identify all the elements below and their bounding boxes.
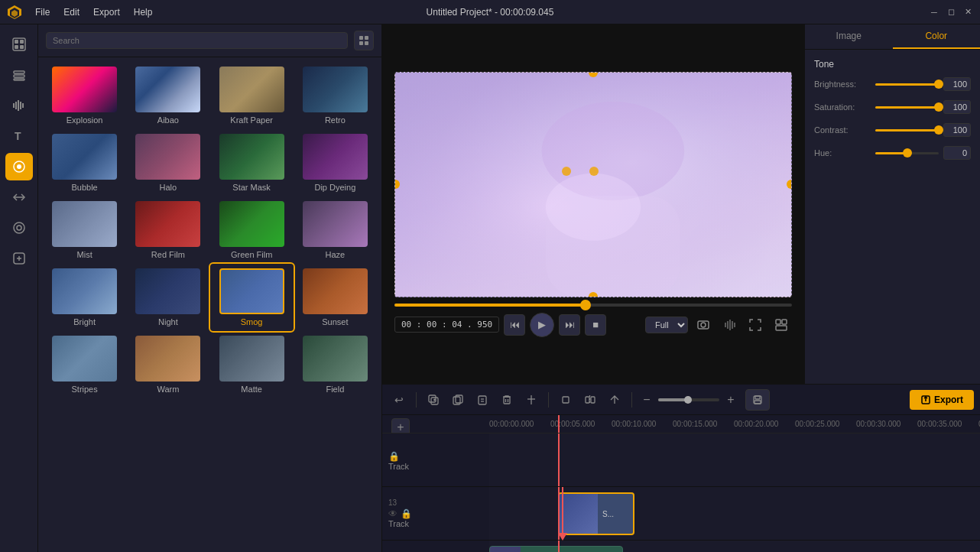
filter-matte[interactable]: Matte xyxy=(210,331,294,398)
hue-value: 0 xyxy=(943,146,971,160)
track-content-empty[interactable] xyxy=(489,433,980,486)
timeline-progress[interactable] xyxy=(394,304,792,307)
fullscreen-button[interactable] xyxy=(745,314,766,336)
filter-smog[interactable]: Smog xyxy=(210,264,294,331)
lock-icon-empty[interactable]: 🔒 xyxy=(388,451,400,462)
saturation-thumb[interactable] xyxy=(934,102,943,112)
filter-label-retro: Retro xyxy=(325,115,346,125)
track-content-13[interactable]: S... xyxy=(489,487,980,540)
step-back-button[interactable]: ⏮ xyxy=(504,314,525,336)
copy-button[interactable] xyxy=(447,389,469,411)
filter-starmask[interactable]: Star Mask xyxy=(210,129,294,196)
quality-select[interactable]: Full 1/2 1/4 xyxy=(645,317,688,333)
close-button[interactable]: ✕ xyxy=(962,6,974,18)
filter-dipdyeing[interactable]: Dip Dyeing xyxy=(294,129,377,196)
track-label-13: 13 👁 🔒 Track xyxy=(382,495,489,531)
sidebar-item-audio[interactable] xyxy=(5,92,33,119)
handle-inner-1[interactable] xyxy=(562,167,571,176)
track-content-12[interactable]: production ID_43... xyxy=(489,541,980,552)
menu-export[interactable]: Export xyxy=(87,5,126,20)
handle-right[interactable] xyxy=(787,180,792,189)
crop-button[interactable] xyxy=(555,389,576,411)
sidebar-item-text[interactable]: T xyxy=(5,122,33,150)
brightness-slider[interactable] xyxy=(875,83,939,86)
filter-stripes[interactable]: Stripes xyxy=(43,331,126,398)
filter-halo[interactable]: Halo xyxy=(126,129,209,196)
zoom-slider-thumb[interactable] xyxy=(684,396,692,404)
filter-field[interactable]: Field xyxy=(294,331,377,398)
screenshot-button[interactable] xyxy=(693,314,714,336)
export-button[interactable]: Export xyxy=(910,390,974,410)
play-button[interactable]: ▶ xyxy=(530,313,554,337)
svg-rect-21 xyxy=(365,36,368,40)
track-clip-s[interactable]: S... xyxy=(558,492,634,535)
filter-aibao[interactable]: Aibao xyxy=(126,62,209,129)
tab-image[interactable]: Image xyxy=(805,24,893,49)
timeline-bar[interactable] xyxy=(394,304,792,307)
paste-button[interactable] xyxy=(472,389,493,411)
hue-thumb[interactable] xyxy=(903,148,912,157)
add-track-button[interactable]: + xyxy=(391,418,410,433)
cut-button[interactable] xyxy=(521,389,542,411)
eye-icon-13[interactable]: 👁 xyxy=(388,508,398,519)
menu-file[interactable]: File xyxy=(29,5,56,20)
zoom-minus-button[interactable]: − xyxy=(638,391,655,408)
filter-mist[interactable]: Mist xyxy=(43,196,126,264)
copy-add-button[interactable] xyxy=(423,389,444,411)
sidebar-item-sticker[interactable] xyxy=(5,245,33,272)
split-button[interactable] xyxy=(579,389,601,411)
filter-label-sunset: Sunset xyxy=(322,317,348,326)
saturation-value: 100 xyxy=(943,100,971,114)
save-button[interactable] xyxy=(745,389,770,411)
sidebar-item-media[interactable] xyxy=(5,31,33,58)
timeline-thumb[interactable] xyxy=(580,300,591,310)
hue-slider[interactable] xyxy=(875,152,939,154)
filter-thumb-aibao xyxy=(135,67,200,112)
layout-button[interactable] xyxy=(771,314,792,336)
saturation-fill xyxy=(875,106,939,109)
search-input[interactable] xyxy=(46,32,348,49)
handle-bottom[interactable] xyxy=(589,292,598,297)
contrast-thumb[interactable] xyxy=(934,125,943,135)
zoom-plus-button[interactable]: + xyxy=(722,391,739,408)
filter-retro[interactable]: Retro xyxy=(294,62,377,129)
delete-button[interactable] xyxy=(496,389,518,411)
svg-point-15 xyxy=(14,222,24,233)
stop-button[interactable]: ■ xyxy=(585,314,606,336)
saturation-slider[interactable] xyxy=(875,106,939,109)
minimize-button[interactable]: ─ xyxy=(928,6,940,18)
sidebar-item-effects[interactable] xyxy=(5,153,33,180)
track-icons-empty: 🔒 xyxy=(388,451,400,462)
filter-explosion[interactable]: Explosion xyxy=(43,62,126,129)
filter-bubble[interactable]: Bubble xyxy=(43,129,126,196)
filter-kraft[interactable]: Kraft Paper xyxy=(210,62,294,129)
filter-redfilm[interactable]: Red Film xyxy=(126,196,209,264)
sidebar-item-filter[interactable] xyxy=(5,214,33,242)
svg-rect-23 xyxy=(365,41,368,45)
sidebar-item-layers[interactable] xyxy=(5,61,33,89)
zoom-slider[interactable] xyxy=(658,398,719,401)
track-clip-production[interactable]: production ID_43... xyxy=(489,546,623,552)
filter-night[interactable]: Night xyxy=(126,264,209,331)
speed-button[interactable] xyxy=(604,389,625,411)
filter-haze[interactable]: Haze xyxy=(294,196,377,264)
undo-button[interactable]: ↩ xyxy=(388,389,410,411)
grid-view-button[interactable] xyxy=(354,31,374,50)
brightness-thumb[interactable] xyxy=(934,80,943,89)
step-forward-button[interactable]: ⏭ xyxy=(559,314,580,336)
menu-help[interactable]: Help xyxy=(128,5,159,20)
filter-label-redfilm: Red Film xyxy=(151,250,185,259)
lock-icon-13[interactable]: 🔒 xyxy=(401,508,412,519)
sidebar-item-transitions[interactable] xyxy=(5,183,33,211)
audio-button[interactable] xyxy=(719,314,740,336)
filter-sunset[interactable]: Sunset xyxy=(294,264,377,331)
filter-greenfilm[interactable]: Green Film xyxy=(210,196,294,264)
contrast-slider[interactable] xyxy=(875,129,939,132)
filter-bright[interactable]: Bright xyxy=(43,264,126,331)
tab-color[interactable]: Color xyxy=(893,24,981,49)
menu-edit[interactable]: Edit xyxy=(57,5,86,20)
handle-inner-2[interactable] xyxy=(589,167,599,176)
svg-rect-53 xyxy=(755,396,760,399)
filter-warm[interactable]: Warm xyxy=(126,331,209,398)
maximize-button[interactable]: ◻ xyxy=(945,6,957,18)
